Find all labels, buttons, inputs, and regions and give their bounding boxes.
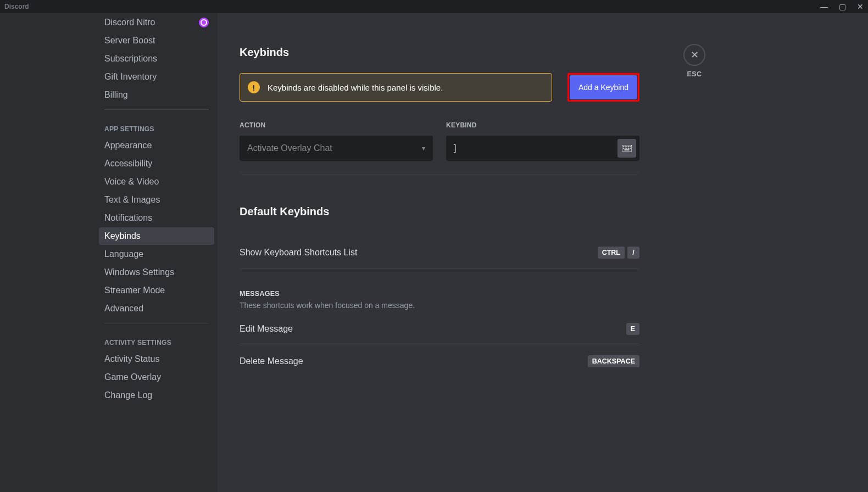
sidebar-item-label: Language	[104, 249, 143, 259]
sidebar-item-label: Voice & Video	[104, 177, 159, 187]
sidebar-item-keybinds[interactable]: Keybinds	[99, 227, 214, 245]
keybind-row: Delete MessageBACKSPACE	[240, 345, 639, 377]
keybind-keys: CTRL/	[598, 247, 639, 259]
sidebar-item-language[interactable]: Language	[99, 245, 214, 263]
sidebar-item-windows[interactable]: Windows Settings	[99, 264, 214, 281]
sidebar-item-label: Game Overlay	[104, 372, 161, 382]
sidebar-item-overlay[interactable]: Game Overlay	[99, 368, 214, 386]
svg-rect-1	[623, 146, 624, 147]
sidebar-item-label: Appearance	[104, 141, 152, 150]
messages-desc: These shortcuts work when focused on a m…	[240, 301, 639, 310]
sidebar: Discord NitroServer BoostSubscriptionsGi…	[0, 13, 218, 492]
keybind-input[interactable]: ]	[446, 136, 639, 161]
key-chip: BACKSPACE	[588, 355, 639, 367]
action-select[interactable]: Activate Overlay Chat ▾	[240, 136, 433, 161]
sidebar-item-nitro[interactable]: Discord Nitro	[99, 14, 214, 31]
maximize-icon[interactable]: ▢	[839, 2, 846, 11]
svg-rect-6	[623, 148, 624, 149]
sidebar-item-label: Notifications	[104, 213, 152, 223]
nitro-icon	[199, 18, 209, 27]
keybind-row: Edit MessageE	[240, 313, 639, 345]
warning-icon: !	[248, 81, 260, 93]
keybind-row-label: Show Keyboard Shortcuts List	[240, 248, 357, 258]
close-settings-button[interactable]: ✕	[683, 44, 705, 66]
sidebar-item-advanced[interactable]: Advanced	[99, 300, 214, 317]
svg-rect-4	[628, 146, 629, 147]
sidebar-item-label: Subscriptions	[104, 54, 157, 64]
minimize-icon[interactable]: —	[820, 2, 828, 11]
sidebar-item-appearance[interactable]: Appearance	[99, 137, 214, 154]
keybind-label: KEYBIND	[446, 121, 639, 129]
sidebar-item-label: Accessibility	[104, 159, 152, 169]
svg-rect-8	[626, 148, 627, 149]
keybind-row-label: Edit Message	[240, 324, 293, 334]
sidebar-item-label: Gift Inventory	[104, 72, 157, 82]
sidebar-item-activity[interactable]: Activity Status	[99, 350, 214, 368]
keybind-row: Show Keyboard Shortcuts ListCTRL/	[240, 237, 639, 269]
svg-rect-2	[625, 146, 626, 147]
page-title: Keybinds	[240, 46, 639, 59]
svg-rect-3	[626, 146, 627, 147]
svg-rect-5	[630, 146, 631, 147]
sidebar-item-label: Server Boost	[104, 36, 155, 46]
sidebar-item-accessibility[interactable]: Accessibility	[99, 155, 214, 172]
divider	[240, 172, 639, 172]
sidebar-separator	[104, 323, 209, 323]
sidebar-item-notifications[interactable]: Notifications	[99, 209, 214, 227]
svg-rect-10	[630, 148, 631, 149]
chevron-down-icon: ▾	[422, 144, 425, 152]
warning-notice: ! Keybinds are disabled while this panel…	[240, 73, 552, 102]
action-value: Activate Overlay Chat	[247, 143, 332, 153]
sidebar-item-label: Text & Images	[104, 195, 160, 205]
key-chip: E	[626, 323, 639, 335]
app-name: Discord	[4, 3, 29, 10]
warning-text: Keybinds are disabled while this panel i…	[268, 83, 443, 92]
sidebar-item-voice[interactable]: Voice & Video	[99, 173, 214, 191]
key-chip: CTRL	[598, 247, 625, 259]
sidebar-item-subs[interactable]: Subscriptions	[99, 50, 214, 68]
keybind-keys: E	[626, 323, 639, 335]
svg-rect-7	[625, 148, 626, 149]
sidebar-item-gift[interactable]: Gift Inventory	[99, 68, 214, 86]
close-label: ESC	[687, 70, 702, 78]
add-keybind-button[interactable]: Add a Keybind	[570, 75, 637, 99]
sidebar-header: ACTIVITY SETTINGS	[99, 329, 214, 350]
sidebar-item-label: Advanced	[104, 304, 143, 314]
add-keybind-highlight: Add a Keybind	[567, 73, 639, 102]
action-label: ACTION	[240, 121, 433, 129]
sidebar-item-label: Billing	[104, 90, 128, 100]
keybind-keys: BACKSPACE	[588, 355, 639, 367]
sidebar-separator	[104, 109, 209, 110]
sidebar-item-text[interactable]: Text & Images	[99, 191, 214, 209]
sidebar-item-label: Discord Nitro	[104, 18, 155, 27]
keyboard-icon[interactable]	[617, 139, 636, 158]
sidebar-item-boost[interactable]: Server Boost	[99, 32, 214, 49]
sidebar-item-label: Change Log	[104, 390, 152, 400]
messages-header: MESSAGES	[240, 290, 639, 298]
sidebar-item-label: Keybinds	[104, 231, 141, 241]
svg-rect-9	[628, 148, 629, 149]
titlebar: Discord — ▢ ✕	[0, 0, 868, 13]
sidebar-item-label: Activity Status	[104, 354, 159, 364]
key-chip: /	[627, 247, 639, 259]
sidebar-item-streamer[interactable]: Streamer Mode	[99, 282, 214, 299]
close-window-icon[interactable]: ✕	[857, 2, 864, 11]
keybind-value: ]	[454, 143, 456, 153]
svg-rect-11	[625, 149, 630, 150]
sidebar-item-label: Windows Settings	[104, 267, 174, 277]
sidebar-item-changelog[interactable]: Change Log	[99, 387, 214, 404]
sidebar-item-billing[interactable]: Billing	[99, 86, 214, 104]
sidebar-item-label: Streamer Mode	[104, 286, 165, 295]
keybind-row-label: Delete Message	[240, 356, 303, 366]
defaults-title: Default Keybinds	[240, 205, 639, 218]
sidebar-header: APP SETTINGS	[99, 115, 214, 136]
